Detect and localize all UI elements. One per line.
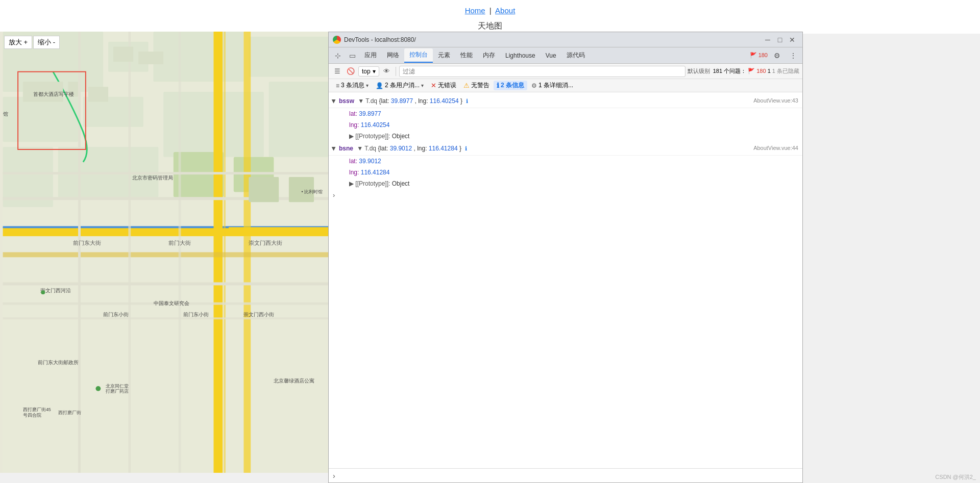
svg-text:• 比利时馆: • 比利时馆 [301,189,323,194]
svg-text:崇文门西小街: 崇文门西小街 [243,312,274,317]
source-bssw: AboutView.vue:43 [753,96,798,105]
sub-bsne-lng: lng: 116.41284 [329,167,802,178]
settings-icon[interactable]: ⚙ [770,48,784,63]
console-toolbar: ☰ 🚫 top ▾ 👁 默认级别 181 个问题： 🚩 180 1 1 条已隐藏 [329,64,802,79]
map-svg: 首都大酒店写字楼 馆 北京市密码管理局 崇文门西河沿 前门东大街邮政所 中国泰文… [0,32,337,473]
issues-count: 181 个问题： 🚩 180 1 1 条已隐藏 [713,67,799,75]
level-info[interactable]: ℹ 2 条信息 [494,81,527,90]
svg-rect-10 [269,82,329,157]
tab-console[interactable]: 控制台 [404,48,433,63]
svg-text:北京同仁堂: 北京同仁堂 [106,384,129,389]
tab-app[interactable]: 应用 [359,48,382,63]
svg-text:中国泰文研究会: 中国泰文研究会 [154,300,189,306]
minimize-button[interactable]: ─ [762,35,774,45]
devtools-panel: DevTools - localhost:8080/ ─ □ ✕ ⊹ ▭ 应用 … [328,32,803,483]
devtools-titlebar: DevTools - localhost:8080/ ─ □ ✕ [329,32,802,47]
level-all[interactable]: ≡ 3 条消息 ▾ [333,81,372,90]
level-error[interactable]: ✕ 无错误 [428,81,459,90]
svg-text:北京馨绿酒店公寓: 北京馨绿酒店公寓 [274,378,314,384]
device-icon[interactable]: ▭ [345,48,359,63]
svg-text:首都大酒店写字楼: 首都大酒店写字楼 [33,91,74,97]
console-entry-bsne: ▶ bsne ▼ T.dq {lat: 39.9012 , lng: 116.4… [329,142,802,156]
svg-text:前门东大街邮政所: 前门东大街邮政所 [38,360,79,365]
svg-rect-32 [113,46,133,61]
toggle-bssw[interactable]: ▶ [330,99,338,104]
eye-button[interactable]: 👁 [381,66,393,77]
source-bsne: AboutView.vue:44 [753,144,798,152]
svg-rect-24 [3,317,334,319]
about-link[interactable]: About [495,6,515,15]
svg-text:北京市密码管理局: 北京市密码管理局 [132,175,173,181]
home-link[interactable]: Home [465,6,485,15]
svg-point-50 [95,386,101,391]
console-levels: ≡ 3 条消息 ▾ 👤 2 条用户消... ▾ ✕ 无错误 ⚠ 无警告 ℹ 2 … [329,79,802,92]
sub-bssw-lat: lat: 39.8977 [329,108,802,119]
sub-bsne-lat: lat: 39.9012 [329,156,802,167]
top-navigation: Home | About [0,0,980,19]
svg-rect-6 [249,37,329,77]
info-icon-bsne: ℹ [465,145,467,151]
svg-rect-3 [3,97,78,142]
filter-input[interactable] [399,66,685,77]
svg-text:打磨厂药店: 打磨厂药店 [105,389,129,394]
issues-flag-icon: 🚩 180 [750,52,768,59]
svg-text:前门东小街: 前门东小街 [183,312,209,317]
level-verbose[interactable]: ⚙ 1 条详细消... [528,81,576,90]
sidebar-toggle-button[interactable]: ☰ [332,66,343,77]
svg-rect-34 [249,177,279,202]
tab-sources[interactable]: 源代码 [561,48,590,63]
devtools-title: DevTools - localhost:8080/ [344,36,762,43]
devtools-tabs: ⊹ ▭ 应用 网络 控制台 元素 性能 内存 Lighthouse Vue 源代… [329,47,802,64]
console-prompt: › [333,472,335,480]
console-output[interactable]: ▶ bssw ▼ T.dq {lat: 39.8977 , lng: 116.4… [329,92,802,468]
sub-bsne-proto: ▶ [[Prototype]]: Object [329,178,802,189]
svg-rect-25 [78,32,81,473]
nav-separator: | [489,6,492,15]
svg-rect-20 [3,197,334,200]
svg-text:西打磨厂街45: 西打磨厂街45 [23,407,51,412]
tab-memory[interactable]: 内存 [478,48,500,63]
tab-elements[interactable]: 元素 [433,48,455,63]
svg-text:前门东小街: 前门东小街 [103,312,129,317]
tab-performance[interactable]: 性能 [455,48,478,63]
map-controls: 放大 + 缩小 - [4,36,60,49]
svg-rect-19 [3,252,334,258]
default-level-label: 默认级别 [688,67,710,75]
console-input-area: › [329,468,802,482]
zoom-in-button[interactable]: 放大 + [4,36,32,49]
sub-bssw-lng: lng: 116.40254 [329,119,802,131]
toggle-bsne[interactable]: ▶ [330,147,338,151]
inspect-icon[interactable]: ⊹ [331,48,345,63]
zoom-out-button[interactable]: 缩小 - [33,36,60,49]
svg-point-49 [41,290,45,294]
console-input[interactable] [338,472,798,479]
level-user[interactable]: 👤 2 条用户消... ▾ [373,81,427,90]
map-area: 放大 + 缩小 - [0,32,337,473]
svg-text:馆: 馆 [3,111,8,117]
sub-bssw-proto: ▶ [[Prototype]]: Object [329,131,802,142]
svg-rect-33 [138,52,163,64]
svg-text:前门大街: 前门大街 [168,240,191,246]
tab-network[interactable]: 网络 [382,48,404,63]
svg-rect-5 [154,32,244,82]
toolbar-right: 默认级别 181 个问题： 🚩 180 1 1 条已隐藏 [688,67,799,75]
svg-text:崇文门西大街: 崇文门西大街 [249,240,282,246]
svg-text:号四合院: 号四合院 [23,413,41,418]
clear-button[interactable]: 🚫 [345,66,356,77]
console-caret: › [329,189,802,201]
svg-rect-31 [88,87,108,101]
svg-text:崇文门西河沿: 崇文门西河沿 [40,288,71,293]
more-icon[interactable]: ⋮ [786,48,800,63]
svg-text:西打磨厂街: 西打磨厂街 [58,410,81,415]
level-warning[interactable]: ⚠ 无警告 [460,81,493,90]
watermark: CSDN @何洪2_ [935,473,976,481]
svg-text:前门东大街: 前门东大街 [73,240,101,246]
tab-lighthouse[interactable]: Lighthouse [500,48,541,63]
context-dropdown[interactable]: top ▾ [358,66,379,77]
tab-vue[interactable]: Vue [541,48,561,63]
svg-rect-21 [3,172,334,174]
restore-button[interactable]: □ [774,35,786,45]
close-button[interactable]: ✕ [786,35,798,45]
svg-rect-27 [179,32,181,473]
svg-rect-22 [3,282,334,285]
